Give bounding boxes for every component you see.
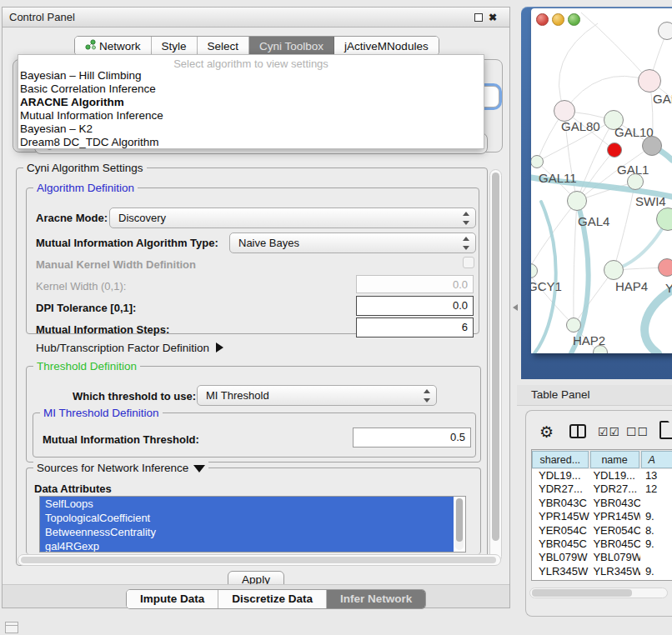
network-node-y[interactable]: [658, 258, 672, 277]
table-cell[interactable]: YBR045C: [532, 538, 589, 551]
table-cell[interactable]: 9.: [640, 510, 672, 523]
algorithm-option[interactable]: Bayesian – K2: [18, 122, 484, 136]
column-header-1[interactable]: shared...: [532, 451, 589, 468]
table-cell[interactable]: YDL19...: [589, 469, 640, 482]
table-cell[interactable]: YBR045C: [589, 538, 640, 551]
tab-jactivemnodules[interactable]: jActiveMNodules: [334, 37, 439, 55]
table-cell[interactable]: YBR043C: [589, 497, 640, 510]
table-cell[interactable]: 13: [640, 469, 672, 482]
table-row[interactable]: YBR045CYBR045C9.: [532, 538, 672, 551]
tab-cyni-toolbox[interactable]: Cyni Toolbox: [249, 37, 334, 55]
table-cell[interactable]: YBL079W: [589, 551, 640, 564]
algorithm-option[interactable]: Bayesian – Hill Climbing: [18, 69, 484, 82]
table-cell[interactable]: 9.: [640, 538, 672, 551]
network-node-hap2[interactable]: [566, 318, 581, 332]
control-panel-tabs: NetworkStyleSelectCyni ToolboxjActiveMNo…: [74, 36, 439, 56]
network-node[interactable]: [627, 173, 644, 190]
column-header-2[interactable]: name: [590, 451, 639, 468]
table-row[interactable]: YDL19...YDL19...13: [532, 469, 672, 482]
network-node-hap4[interactable]: [604, 260, 624, 280]
table-row[interactable]: YIL052CYIL052C9.: [532, 578, 672, 581]
mi-threshold-label: Mutual Information Threshold:: [43, 433, 199, 446]
bottom-tab-impute-data[interactable]: Impute Data: [127, 590, 218, 608]
algorithm-option[interactable]: Mutual Information Inference: [18, 109, 484, 122]
mi-threshold-field[interactable]: 0.5: [353, 428, 471, 448]
table-row[interactable]: YDR27...YDR27...12: [532, 482, 672, 496]
network-node-gal4[interactable]: [567, 191, 587, 211]
network-canvas[interactable]: GALGAL80GAL10GAL1GAL11SWI4GAL4GCY1HAP4YH…: [531, 8, 672, 353]
tab-network[interactable]: Network: [75, 37, 152, 55]
node-label: GCY1: [531, 279, 562, 293]
table-cell[interactable]: [640, 551, 672, 564]
algorithm-option[interactable]: Dream8 DC_TDC Algorithm: [18, 136, 484, 149]
which-threshold-combo[interactable]: MI Threshold: [197, 385, 437, 406]
table-cell[interactable]: YIL052C: [532, 578, 589, 581]
table-row[interactable]: YER054CYER054C8.: [532, 524, 672, 538]
column-header-3[interactable]: A: [641, 451, 672, 468]
table-cell[interactable]: YLR345W: [532, 565, 589, 578]
network-node-gal[interactable]: [638, 69, 661, 92]
table-cell[interactable]: YLR345W: [589, 565, 640, 578]
network-node[interactable]: [607, 142, 622, 158]
table-cell[interactable]: YBL079W: [532, 551, 589, 564]
table-cell[interactable]: YDR27...: [589, 482, 640, 496]
table-cell[interactable]: 9.: [640, 565, 672, 578]
table-cell[interactable]: YDL19...: [532, 469, 589, 482]
table-cell[interactable]: YER054C: [589, 524, 640, 538]
table-cell[interactable]: YER054C: [532, 524, 589, 538]
table-cell[interactable]: [640, 497, 672, 510]
algorithm-option[interactable]: ARACNE Algorithm: [18, 96, 484, 109]
algorithm-popup-list: Bayesian – Hill ClimbingBasic Correlatio…: [18, 69, 484, 148]
dock-window-icon[interactable]: [5, 622, 18, 633]
zoom-traffic-light-icon[interactable]: [568, 13, 580, 26]
table-cell[interactable]: YBR043C: [532, 497, 589, 510]
table-horizontal-scrollbar[interactable]: [529, 588, 668, 598]
table-cell[interactable]: YPR145W: [532, 510, 589, 523]
mi-type-combo[interactable]: Naive Bayes: [229, 232, 476, 253]
network-node[interactable]: [658, 22, 672, 40]
attribute-item[interactable]: gal4RGexp: [40, 539, 454, 552]
export-table-icon[interactable]: [659, 421, 672, 439]
gear-icon[interactable]: ⚙: [539, 422, 554, 442]
float-window-icon[interactable]: [474, 13, 483, 22]
table-panel-title: Table Panel: [531, 388, 590, 401]
table-cell[interactable]: YDR27...: [532, 482, 589, 496]
hub-definition-toggle[interactable]: Hub/Transcription Factor Definition: [36, 342, 223, 354]
tab-select[interactable]: Select: [198, 37, 250, 55]
node-label: GAL: [653, 92, 672, 106]
dpi-tolerance-field[interactable]: 0.0: [356, 296, 474, 316]
table-row[interactable]: YLR345WYLR345W9.: [532, 565, 672, 578]
select-all-icon[interactable]: ☑☑: [598, 425, 620, 438]
table-row[interactable]: YBR043CYBR043C: [532, 497, 672, 510]
table-cell[interactable]: 12: [640, 482, 672, 496]
splitpane-collapse-arrow-icon[interactable]: [513, 304, 518, 311]
settings-vertical-scrollbar[interactable]: [489, 169, 502, 562]
minimize-traffic-light-icon[interactable]: [552, 13, 564, 26]
table-row[interactable]: YBL079WYBL079W: [532, 551, 672, 564]
attributes-scrollbar[interactable]: [455, 498, 464, 550]
table-cell[interactable]: 9.: [640, 578, 672, 581]
network-node-gal1[interactable]: [642, 136, 662, 156]
bottom-tab-infer-network[interactable]: Infer Network: [327, 590, 425, 608]
table-cell[interactable]: YIL052C: [589, 578, 640, 581]
bottom-tab-discretize-data[interactable]: Discretize Data: [218, 590, 327, 608]
columns-icon[interactable]: [569, 424, 586, 438]
table-cell[interactable]: 8.: [640, 524, 672, 538]
tab-style[interactable]: Style: [152, 37, 198, 55]
close-traffic-light-icon[interactable]: [536, 13, 549, 26]
aracne-mode-combo[interactable]: Discovery: [109, 208, 476, 228]
node-label: SWI4: [635, 194, 666, 208]
expand-arrow-icon: [216, 342, 223, 352]
mi-steps-field[interactable]: 6: [356, 318, 474, 338]
table-cell[interactable]: YPR145W: [589, 510, 640, 523]
deselect-all-icon[interactable]: ☐☐: [626, 425, 649, 438]
attribute-item[interactable]: TopologicalCoefficient: [40, 511, 454, 525]
table-row[interactable]: YPR145WYPR145W9.: [532, 510, 672, 523]
settings-horizontal-scrollbar[interactable]: [18, 554, 501, 566]
attribute-item[interactable]: SelfLoops: [40, 497, 454, 511]
sources-title[interactable]: Sources for Network Inference: [33, 462, 208, 474]
mi-type-value: Naive Bayes: [238, 237, 299, 249]
close-icon[interactable]: ✖: [488, 12, 498, 22]
attribute-item[interactable]: BetweennessCentrality: [40, 525, 454, 539]
algorithm-option[interactable]: Basic Correlation Inference: [18, 82, 484, 96]
